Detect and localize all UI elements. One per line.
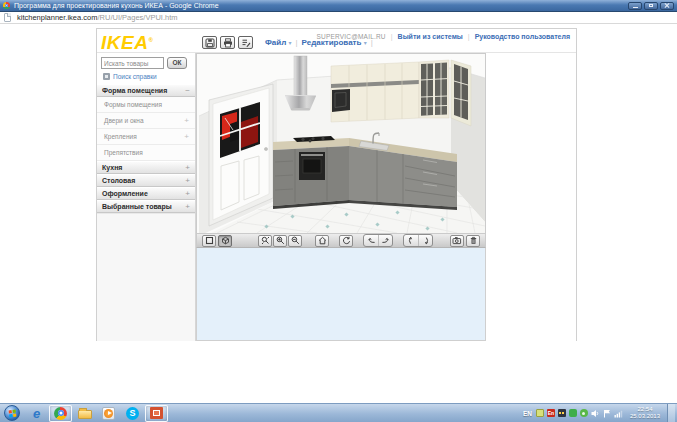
undo-redo-group <box>363 234 393 247</box>
sidebar-section-room-shape[interactable]: Форма помещения − <box>97 84 195 97</box>
clock-date: 25.03.2013 <box>630 413 660 420</box>
chevron-down-icon: ▾ <box>364 40 367 46</box>
search-row: ОК <box>97 53 195 71</box>
chrome-button[interactable] <box>49 405 72 422</box>
updater-tray-icon[interactable] <box>580 409 588 417</box>
expand-icon: + <box>185 163 190 172</box>
view-3d-button[interactable] <box>218 235 232 247</box>
help-search-link[interactable]: Поиск справки <box>113 73 157 80</box>
rotate-view-button[interactable] <box>339 235 353 247</box>
save-button[interactable] <box>202 36 217 49</box>
show-desktop-button[interactable] <box>667 404 675 422</box>
sidebar: ОК Поиск справки Форма помещения − Формы… <box>97 53 196 341</box>
restore-button[interactable] <box>644 2 658 10</box>
powerpoint-icon <box>150 407 163 419</box>
snapshot-button[interactable] <box>450 235 464 247</box>
bottom-panel[interactable] <box>196 248 486 341</box>
home-icon <box>318 236 327 245</box>
green-app-tray-icon[interactable] <box>569 409 577 417</box>
sidebar-section-selected-items[interactable]: Выбранные товары + <box>97 200 195 213</box>
user-guide-link[interactable]: Руководство пользователя <box>475 33 570 40</box>
sidebar-item-obstacles[interactable]: Препятствия <box>97 145 195 161</box>
expand-icon: + <box>184 116 189 125</box>
minimize-icon <box>633 7 638 8</box>
zoom-fit-button[interactable] <box>258 235 272 247</box>
url-host: kitchenplanner.ikea.com <box>17 13 97 22</box>
window-titlebar[interactable]: Программа для проектирования кухонь ИКЕА… <box>0 0 677 12</box>
media-player-button[interactable] <box>97 405 120 422</box>
rotate-left-icon <box>407 236 416 245</box>
search-ok-button[interactable]: ОК <box>167 57 187 69</box>
window-title: Программа для проектирования кухонь ИКЕА… <box>14 2 219 9</box>
network-icon[interactable] <box>614 409 624 418</box>
home-view-button[interactable] <box>315 235 329 247</box>
minimize-button[interactable] <box>628 2 642 10</box>
volume-icon[interactable] <box>591 409 600 418</box>
en-language-tray-icon[interactable]: En <box>547 409 555 417</box>
zoom-in-button[interactable] <box>273 235 287 247</box>
close-button[interactable] <box>660 2 674 10</box>
chrome-logo-icon <box>3 2 10 9</box>
zoom-out-icon <box>291 236 300 245</box>
zoom-out-button[interactable] <box>288 235 302 247</box>
kitchen-planner-app: IKEA® Файл ▾ | Редактировать ▾ | SU <box>96 28 577 341</box>
sidebar-section-kitchen[interactable]: Кухня + <box>97 161 195 174</box>
redo-button[interactable] <box>378 235 392 246</box>
powerpoint-button[interactable] <box>145 405 168 422</box>
rotate-right-button[interactable] <box>418 235 432 246</box>
delete-button[interactable] <box>466 235 480 247</box>
internet-explorer-icon: e <box>33 407 40 420</box>
print-button[interactable] <box>220 36 235 49</box>
action-center-flag-icon[interactable] <box>603 409 611 418</box>
square-2d-icon <box>205 236 214 245</box>
menu-file[interactable]: Файл ▾ <box>265 38 292 47</box>
notes-tray-icon[interactable] <box>536 409 544 417</box>
undo-icon <box>367 236 376 245</box>
menu-separator: | <box>296 38 298 47</box>
zoom-fit-icon <box>261 236 270 245</box>
undo-button[interactable] <box>364 235 378 246</box>
snapshot-camera-icon <box>452 236 462 245</box>
item-list-icon <box>241 38 251 48</box>
clock-time: 22:54 <box>630 406 660 413</box>
system-tray: EN En 22:54 25.03.2013 <box>523 404 677 422</box>
logout-link[interactable]: Выйти из системы <box>398 33 463 40</box>
taskbar-clock[interactable]: 22:54 25.03.2013 <box>630 406 660 420</box>
account-separator: | <box>391 33 393 40</box>
zoom-in-icon <box>276 236 285 245</box>
language-indicator[interactable]: EN <box>523 410 532 417</box>
viewport-3d[interactable] <box>196 53 486 234</box>
sidebar-section-dining[interactable]: Столовая + <box>97 174 195 187</box>
folder-icon <box>78 410 92 419</box>
sidebar-item-room-shapes[interactable]: Формы помещения <box>97 97 195 113</box>
expand-icon: + <box>185 189 190 198</box>
cube-3d-icon <box>221 236 230 245</box>
skype-button[interactable]: S <box>121 405 144 422</box>
view-2d-button[interactable] <box>202 235 216 247</box>
ikea-logo: IKEA® <box>101 28 153 55</box>
user-email: SUPERVIC@MAIL.RU <box>316 33 385 40</box>
kitchen-3d-render[interactable] <box>197 54 485 233</box>
keyboard-layout-tray-icon[interactable] <box>558 409 566 417</box>
help-icon <box>103 73 110 80</box>
chrome-icon <box>54 407 67 420</box>
sidebar-section-decoration[interactable]: Оформление + <box>97 187 195 200</box>
account-separator: | <box>468 33 470 40</box>
start-button[interactable] <box>4 405 20 421</box>
search-input[interactable] <box>101 57 164 69</box>
main-view-column <box>196 53 486 341</box>
taskbar: e S EN En 22:54 25.03.2013 <box>0 403 677 422</box>
rotate-left-button[interactable] <box>404 235 418 246</box>
item-list-button[interactable] <box>238 36 253 49</box>
windows-explorer-button[interactable] <box>73 405 96 422</box>
sidebar-item-fixtures[interactable]: Крепления + <box>97 129 195 145</box>
sidebar-empty-area <box>97 213 195 341</box>
address-bar[interactable]: kitchenplanner.ikea.com/RU/UI/Pages/VPUI… <box>0 12 677 24</box>
sidebar-item-doors-windows[interactable]: Двери и окна + <box>97 113 195 129</box>
help-row: Поиск справки <box>97 71 195 84</box>
rotate-left-right-group <box>403 234 433 247</box>
internet-explorer-button[interactable]: e <box>25 405 48 422</box>
rotate-right-icon <box>421 236 430 245</box>
expand-icon: + <box>184 132 189 141</box>
rotate-icon <box>342 236 351 245</box>
